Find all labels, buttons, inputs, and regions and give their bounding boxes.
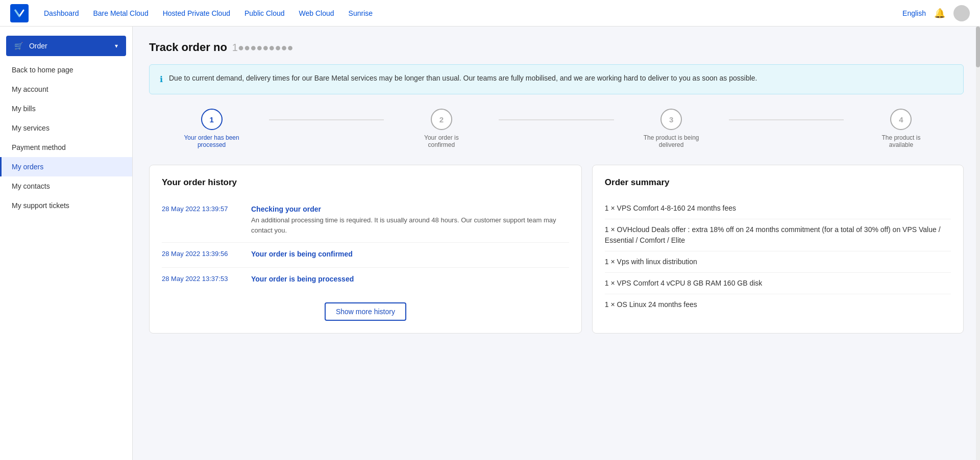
- nav-public-cloud[interactable]: Public Cloud: [244, 7, 285, 19]
- step-line-1: [269, 119, 384, 120]
- order-button-label: Order: [29, 42, 47, 50]
- step-label-1: Your order has been processed: [184, 134, 240, 148]
- history-event-1: Your order is being confirmed: [251, 250, 353, 258]
- page-title: Track order no 1●●●●●●●●●: [149, 41, 964, 54]
- avatar[interactable]: [953, 5, 970, 21]
- history-item-0: 28 May 2022 13:39:57 Checking your order…: [162, 198, 569, 243]
- sidebar-item-payment-method[interactable]: Payment method: [0, 138, 132, 157]
- order-dropdown-button[interactable]: 🛒 Order ▾: [6, 36, 126, 56]
- history-item-1: 28 May 2022 13:39:56 Your order is being…: [162, 243, 569, 268]
- history-content-1: Your order is being confirmed: [251, 250, 353, 260]
- step-3: 3 The product is being delivered: [614, 109, 729, 148]
- history-content-0: Checking your order An additional proces…: [251, 205, 569, 235]
- order-stepper: 1 Your order has been processed 2 Your o…: [149, 109, 964, 148]
- order-history-card: Your order history 28 May 2022 13:39:57 …: [149, 165, 582, 334]
- step-4: 4 The product is available: [844, 109, 959, 148]
- scrollbar-track[interactable]: [976, 27, 980, 460]
- summary-item-0: 1 × VPS Comfort 4-8-160 24 months fees: [605, 198, 951, 219]
- cart-icon: 🛒: [14, 42, 23, 50]
- show-more-history-button[interactable]: Show more history: [325, 302, 406, 321]
- main-content: Track order no 1●●●●●●●●● ℹ Due to curre…: [133, 27, 980, 460]
- step-2: 2 Your order is confirmed: [384, 109, 499, 148]
- order-summary-title: Order summary: [605, 177, 951, 188]
- language-selector[interactable]: English: [902, 9, 926, 17]
- history-content-2: Your order is being processed: [251, 275, 354, 285]
- summary-item-4: 1 × OS Linux 24 months fees: [605, 294, 951, 315]
- nav-dashboard[interactable]: Dashboard: [44, 7, 79, 19]
- top-nav: Dashboard Bare Metal Cloud Hosted Privat…: [0, 0, 980, 27]
- order-summary-card: Order summary 1 × VPS Comfort 4-8-160 24…: [592, 165, 964, 334]
- nav-sunrise[interactable]: Sunrise: [349, 7, 373, 19]
- nav-hosted-private-cloud[interactable]: Hosted Private Cloud: [163, 7, 230, 19]
- history-item-2: 28 May 2022 13:37:53 Your order is being…: [162, 268, 569, 292]
- sidebar-item-my-account[interactable]: My account: [0, 80, 132, 99]
- sidebar-item-back-to-home[interactable]: Back to home page: [0, 60, 132, 80]
- chevron-down-icon: ▾: [115, 42, 118, 49]
- scrollbar-thumb[interactable]: [976, 27, 980, 67]
- cards-row: Your order history 28 May 2022 13:39:57 …: [149, 165, 964, 334]
- summary-item-1: 1 × OVHcloud Deals offer : extra 18% off…: [605, 219, 951, 251]
- nav-bare-metal-cloud[interactable]: Bare Metal Cloud: [93, 7, 149, 19]
- nav-links: Dashboard Bare Metal Cloud Hosted Privat…: [44, 7, 902, 19]
- info-banner: ℹ Due to current demand, delivery times …: [149, 64, 964, 94]
- summary-item-3: 1 × VPS Comfort 4 vCPU 8 GB RAM 160 GB d…: [605, 273, 951, 294]
- nav-web-cloud[interactable]: Web Cloud: [299, 7, 334, 19]
- history-date-2: 28 May 2022 13:37:53: [162, 275, 241, 285]
- sidebar-nav: Back to home page My account My bills My…: [0, 60, 132, 215]
- history-event-0: Checking your order: [251, 205, 569, 213]
- step-1: 1 Your order has been processed: [154, 109, 269, 148]
- step-circle-2: 2: [431, 109, 452, 130]
- step-line-2: [499, 119, 614, 120]
- info-icon: ℹ: [160, 73, 163, 86]
- order-number: 1●●●●●●●●●: [232, 42, 293, 54]
- sidebar-item-my-contacts[interactable]: My contacts: [0, 176, 132, 196]
- notification-bell-icon[interactable]: 🔔: [934, 8, 945, 19]
- layout: 🛒 Order ▾ Back to home page My account M…: [0, 27, 980, 460]
- summary-item-2: 1 × Vps with linux distribution: [605, 251, 951, 273]
- order-history-title: Your order history: [162, 177, 569, 188]
- sidebar: 🛒 Order ▾ Back to home page My account M…: [0, 27, 133, 460]
- banner-text: Due to current demand, delivery times fo…: [169, 73, 757, 84]
- step-circle-3: 3: [660, 109, 682, 130]
- history-date-1: 28 May 2022 13:39:56: [162, 250, 241, 260]
- step-circle-1: 1: [201, 109, 223, 130]
- sidebar-item-my-support-tickets[interactable]: My support tickets: [0, 196, 132, 215]
- history-date-0: 28 May 2022 13:39:57: [162, 205, 241, 235]
- history-desc-0: An additional processing time is require…: [251, 215, 569, 235]
- step-circle-4: 4: [890, 109, 912, 130]
- step-line-3: [729, 119, 844, 120]
- nav-right: English 🔔: [902, 5, 970, 21]
- history-event-2: Your order is being processed: [251, 275, 354, 283]
- step-label-3: The product is being delivered: [643, 134, 699, 148]
- sidebar-item-my-bills[interactable]: My bills: [0, 99, 132, 118]
- logo[interactable]: [10, 4, 29, 22]
- step-label-4: The product is available: [873, 134, 929, 148]
- sidebar-item-my-orders[interactable]: My orders: [0, 157, 132, 176]
- step-label-2: Your order is confirmed: [413, 134, 470, 148]
- sidebar-item-my-services[interactable]: My services: [0, 118, 132, 138]
